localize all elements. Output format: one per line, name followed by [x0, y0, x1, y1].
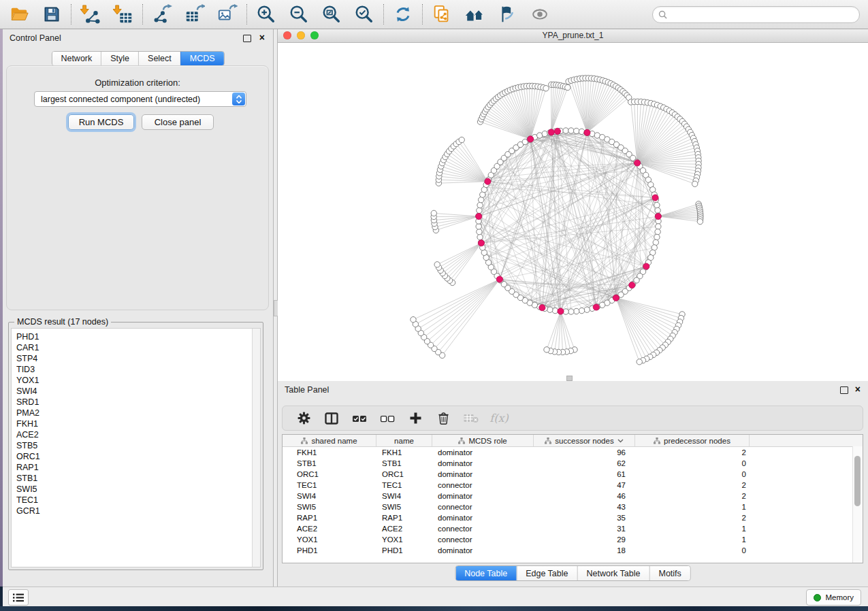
mcds-result-item[interactable]: SRD1 [16, 397, 260, 408]
zoom-selected-icon[interactable] [353, 3, 375, 25]
cell-shared-name: PHD1 [283, 545, 376, 556]
unselect-all-icon[interactable] [380, 411, 395, 426]
network-window-titlebar[interactable]: YPA_prune.txt_1 [278, 29, 868, 43]
mcds-result-item[interactable]: SWI4 [16, 386, 260, 397]
column-header-mcds-role[interactable]: MCDS role [432, 435, 534, 446]
table-scrollbar[interactable] [852, 446, 863, 563]
cell-successor-nodes: 46 [534, 491, 635, 501]
mcds-result-item[interactable]: STB5 [16, 440, 260, 451]
criterion-dropdown[interactable]: largest connected component (undirected) [34, 91, 246, 107]
table-row[interactable]: SWI5 SWI5 connector 43 1 [283, 501, 863, 512]
network-column-icon [301, 437, 308, 444]
open-file-icon[interactable] [8, 3, 30, 25]
mcds-result-item[interactable]: GCR1 [16, 506, 260, 516]
column-label: predecessor nodes [664, 437, 730, 445]
select-all-icon[interactable] [352, 411, 367, 426]
export-network-icon[interactable] [151, 3, 173, 25]
mcds-result-group: MCDS result (17 nodes) PHD1CAR1STP4TID3Y… [8, 322, 263, 570]
search-input[interactable] [671, 9, 854, 20]
show-columns-icon[interactable] [324, 411, 339, 426]
float-panel-icon[interactable] [243, 35, 251, 42]
table-panel: Table Panel × [278, 381, 868, 587]
table-row[interactable]: RAP1 RAP1 dominator 35 2 [283, 512, 863, 523]
function-builder-icon-disabled: f(x) [492, 411, 507, 426]
cell-predecessor-nodes: 2 [635, 447, 750, 458]
mcds-result-item[interactable]: RAP1 [16, 462, 260, 473]
table-row[interactable]: ORC1 ORC1 dominator 61 0 [283, 469, 863, 480]
panel-splitter[interactable] [273, 29, 278, 587]
cell-filler [750, 545, 863, 556]
status-bar: Memory [3, 587, 868, 606]
mcds-result-item[interactable]: PMA2 [16, 408, 260, 418]
tab-network-table[interactable]: Network Table [577, 566, 649, 580]
save-session-icon[interactable] [41, 3, 63, 25]
delete-column-trash-icon[interactable] [436, 411, 451, 426]
mcds-result-item[interactable]: ORC1 [16, 451, 260, 462]
task-history-button[interactable] [8, 589, 29, 606]
mcds-result-item[interactable]: FKH1 [16, 418, 260, 429]
table-row[interactable]: ACE2 ACE2 connector 31 1 [283, 523, 863, 534]
hide-selected-icon[interactable] [496, 3, 518, 25]
close-panel-button[interactable]: Close panel [142, 114, 214, 130]
zoom-out-icon[interactable] [288, 3, 310, 25]
delete-table-icon-disabled [464, 411, 479, 426]
memory-button[interactable]: Memory [806, 589, 861, 606]
zoom-fit-icon[interactable] [321, 3, 342, 25]
tab-style[interactable]: Style [101, 52, 138, 65]
column-settings-gear-icon[interactable] [296, 411, 311, 426]
mcds-result-item[interactable]: SWI5 [16, 484, 260, 495]
zoom-in-icon[interactable] [255, 3, 277, 25]
mcds-result-item[interactable]: ACE2 [16, 429, 260, 440]
float-panel-icon[interactable] [840, 386, 848, 394]
add-column-icon[interactable] [408, 411, 423, 426]
cell-name: STB1 [376, 458, 432, 469]
import-network-icon[interactable] [80, 3, 101, 25]
apply-layout-refresh-icon[interactable] [392, 3, 414, 25]
sort-descending-chevron-icon [617, 439, 624, 443]
export-table-icon[interactable] [184, 3, 206, 25]
table-row[interactable]: YOX1 YOX1 connector 29 1 [283, 534, 863, 545]
export-image-icon[interactable] [216, 3, 238, 25]
cell-mcds-role: connector [432, 534, 534, 545]
main-toolbar [0, 0, 868, 29]
import-table-icon[interactable] [112, 3, 134, 25]
mcds-result-item[interactable]: CAR1 [16, 342, 260, 353]
tab-select[interactable]: Select [138, 52, 180, 65]
table-scrollbar-thumb[interactable] [854, 456, 861, 506]
mcds-list-scrollbar[interactable] [252, 329, 260, 567]
table-row[interactable]: STB1 STB1 dominator 62 0 [283, 458, 863, 469]
column-header-successor-nodes[interactable]: successor nodes [534, 435, 635, 446]
table-row[interactable]: SWI4 SWI4 dominator 46 2 [283, 491, 863, 501]
clone-network-icon[interactable] [431, 3, 453, 25]
search-field[interactable] [652, 6, 860, 23]
network-window-title: YPA_prune.txt_1 [278, 31, 868, 40]
run-mcds-button[interactable]: Run MCDS [68, 114, 134, 130]
first-neighbors-icon[interactable] [464, 3, 485, 25]
tab-mcds[interactable]: MCDS [180, 52, 224, 65]
table-row[interactable]: PHD1 PHD1 dominator 18 0 [283, 545, 863, 556]
mcds-result-item[interactable]: TID3 [16, 364, 260, 375]
tab-node-table[interactable]: Node Table [455, 566, 516, 580]
mcds-result-item[interactable]: TEC1 [16, 495, 260, 506]
column-header-predecessor-nodes[interactable]: predecessor nodes [635, 435, 750, 446]
mcds-result-item[interactable]: STB1 [16, 473, 260, 484]
mcds-result-list[interactable]: PHD1CAR1STP4TID3YOX1SWI4SRD1PMA2FKH1ACE2… [11, 328, 261, 567]
mcds-result-item[interactable]: PHD1 [16, 331, 260, 342]
table-row[interactable]: TEC1 TEC1 connector 47 2 [283, 480, 863, 491]
close-panel-icon[interactable]: × [259, 31, 265, 44]
splitter-corner-handle[interactable] [566, 376, 573, 381]
tab-network[interactable]: Network [52, 52, 101, 65]
mcds-result-item[interactable]: STP4 [16, 353, 260, 364]
show-all-eye-icon[interactable] [529, 3, 551, 25]
cell-shared-name: SWI5 [283, 501, 376, 512]
close-panel-icon[interactable]: × [855, 383, 861, 395]
column-header-name[interactable]: name [376, 435, 432, 446]
dropdown-stepper-icon [232, 93, 245, 105]
column-header-shared-name[interactable]: shared name [283, 435, 376, 446]
mcds-result-item[interactable]: YOX1 [16, 375, 260, 386]
table-row[interactable]: FKH1 FKH1 dominator 96 2 [283, 447, 863, 458]
network-canvas[interactable] [278, 43, 868, 381]
cell-filler [750, 458, 863, 469]
tab-motifs[interactable]: Motifs [649, 566, 690, 580]
tab-edge-table[interactable]: Edge Table [516, 566, 577, 580]
